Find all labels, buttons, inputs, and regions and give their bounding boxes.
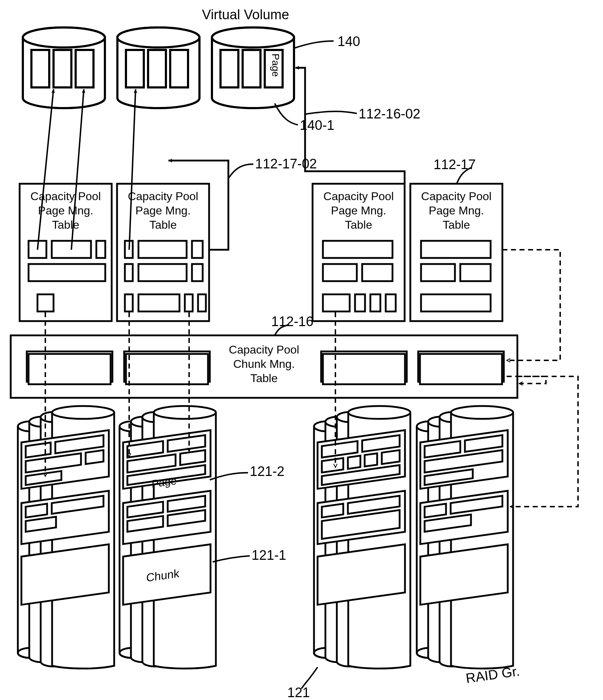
svg-rect-101 (322, 504, 343, 517)
svg-rect-33 (323, 241, 392, 258)
svg-rect-20 (37, 294, 54, 311)
ref-112-17-02: 112-17-02 (255, 156, 317, 172)
page-table-2-label: Capacity PoolPage Mng.Table (119, 189, 207, 232)
svg-rect-12 (221, 50, 238, 87)
svg-rect-28 (125, 294, 133, 311)
ref-121-2: 121-2 (250, 464, 284, 479)
svg-rect-53 (420, 354, 502, 384)
svg-point-1 (23, 27, 105, 47)
svg-rect-31 (198, 294, 206, 311)
svg-rect-79 (180, 450, 205, 465)
svg-point-91 (348, 406, 410, 419)
ref-140-1: 140-1 (300, 118, 334, 133)
svg-rect-36 (323, 294, 350, 311)
svg-rect-41 (421, 241, 491, 258)
svg-rect-7 (126, 50, 144, 87)
svg-rect-44 (421, 294, 491, 311)
svg-rect-25 (125, 264, 133, 281)
svg-rect-98 (382, 450, 400, 464)
svg-rect-24 (192, 241, 203, 258)
svg-rect-9 (170, 50, 188, 87)
svg-point-11 (212, 27, 294, 47)
svg-point-74 (154, 406, 216, 419)
svg-rect-37 (355, 294, 365, 311)
svg-rect-39 (386, 294, 396, 311)
svg-rect-66 (26, 504, 47, 517)
ref-121: 121 (287, 685, 310, 700)
title-virtual-volume: Virtual Volume (202, 7, 289, 22)
ref-140: 140 (338, 34, 360, 49)
page-table-3-label: Capacity PoolPage Mng.Table (314, 189, 403, 232)
vv-page-label: Page (267, 54, 281, 77)
svg-rect-30 (185, 294, 193, 311)
svg-rect-42 (421, 264, 455, 281)
svg-point-58 (52, 406, 114, 419)
svg-rect-23 (138, 241, 187, 258)
svg-rect-26 (138, 264, 187, 281)
svg-rect-116 (425, 504, 446, 517)
svg-rect-38 (370, 294, 380, 311)
svg-rect-60 (26, 442, 51, 457)
svg-rect-49 (126, 354, 208, 384)
ref-112-16-02: 112-16-02 (359, 106, 420, 122)
svg-rect-47 (29, 354, 111, 384)
svg-rect-13 (243, 50, 260, 87)
svg-rect-27 (192, 264, 203, 281)
diagram-canvas: Virtual Volume 140 140-1 112-16-02 112-1… (0, 0, 603, 700)
svg-rect-95 (322, 458, 343, 472)
page-table-4-label: Capacity PoolPage Mng.Table (412, 189, 501, 232)
svg-rect-3 (54, 50, 71, 87)
ref-112-17: 112-17 (434, 157, 476, 172)
svg-rect-8 (148, 50, 166, 87)
svg-rect-35 (362, 264, 392, 281)
svg-rect-2 (31, 50, 49, 87)
svg-rect-29 (138, 294, 179, 311)
svg-point-109 (451, 406, 513, 419)
svg-rect-4 (76, 50, 93, 87)
svg-rect-19 (29, 264, 105, 281)
chunk-table-label: Capacity PoolChunk Mng.Table (218, 343, 310, 385)
svg-rect-43 (460, 264, 491, 281)
svg-rect-18 (96, 241, 105, 258)
ref-112-16: 112-16 (271, 314, 313, 329)
ref-121-1: 121-1 (252, 548, 286, 563)
page-table-1-label: Capacity PoolPage Mng.Table (21, 189, 110, 232)
svg-point-6 (117, 27, 199, 47)
svg-rect-63 (86, 450, 103, 464)
svg-rect-96 (348, 456, 360, 469)
svg-rect-34 (323, 264, 357, 281)
svg-rect-97 (365, 453, 377, 467)
